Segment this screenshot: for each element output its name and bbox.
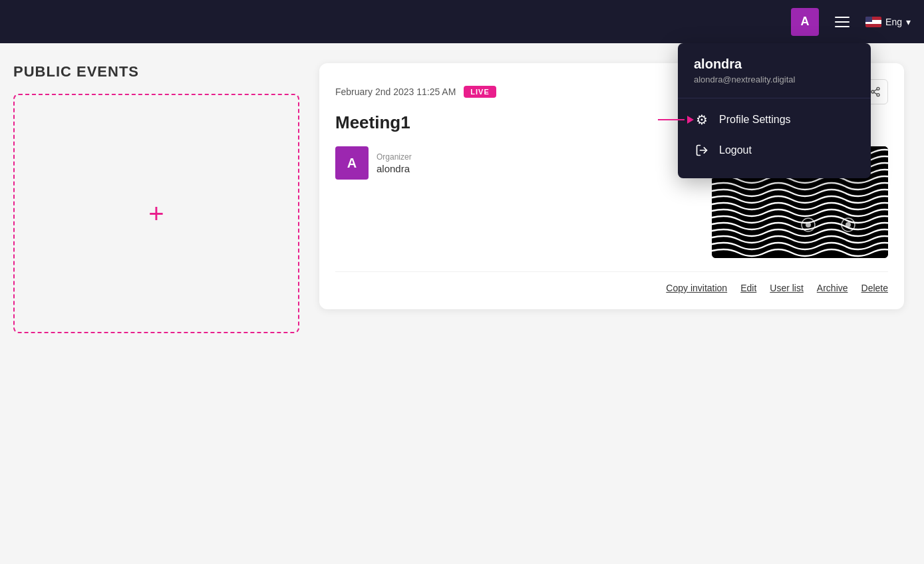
- flag-icon: [865, 17, 881, 27]
- chevron-down-icon: ▾: [906, 17, 911, 27]
- archive-button[interactable]: Archive: [817, 283, 848, 293]
- event-actions: Copy invitation Edit User list Archive D…: [335, 271, 888, 293]
- delete-button[interactable]: Delete: [861, 283, 888, 293]
- dropdown-username: alondra: [694, 57, 855, 72]
- arrow-indicator: [658, 116, 694, 124]
- profile-settings-label: Profile Settings: [719, 114, 791, 126]
- svg-point-8: [806, 222, 811, 227]
- organizer-label: Organizer: [377, 152, 412, 162]
- logout-label: Logout: [719, 144, 752, 156]
- event-meta: February 2nd 2023 11:25 AM LIVE: [335, 86, 496, 98]
- create-event-card[interactable]: +: [13, 94, 299, 333]
- gear-icon: ⚙: [694, 112, 710, 128]
- plus-icon: +: [148, 200, 164, 227]
- page-title: PUBLIC EVENTS: [13, 63, 306, 80]
- left-panel: PUBLIC EVENTS +: [13, 63, 306, 333]
- copy-invitation-button[interactable]: Copy invitation: [666, 283, 727, 293]
- header: A Eng ▾: [0, 0, 924, 43]
- user-avatar-button[interactable]: A: [791, 8, 819, 36]
- svg-point-10: [846, 222, 851, 227]
- event-datetime: February 2nd 2023 11:25 AM: [335, 86, 456, 97]
- organizer-avatar: A: [335, 146, 369, 180]
- logout-item[interactable]: Logout: [678, 136, 871, 165]
- live-badge: LIVE: [464, 86, 496, 98]
- user-dropdown-menu: alondra alondra@nextreality.digital ⚙ Pr…: [678, 43, 871, 178]
- svg-line-5: [874, 89, 877, 91]
- share-icon: [870, 86, 881, 97]
- event-info: A Organizer alondra: [335, 146, 698, 258]
- svg-line-4: [874, 92, 877, 94]
- dropdown-user-section: alondra alondra@nextreality.digital: [678, 57, 871, 98]
- dropdown-email: alondra@nextreality.digital: [694, 74, 855, 84]
- profile-settings-item[interactable]: ⚙ Profile Settings: [678, 104, 871, 136]
- organizer-details: Organizer alondra: [377, 152, 412, 174]
- language-selector[interactable]: Eng ▾: [865, 17, 911, 27]
- organizer-row: A Organizer alondra: [335, 146, 698, 180]
- hamburger-menu-button[interactable]: [830, 11, 855, 33]
- language-label: Eng: [885, 17, 902, 27]
- edit-button[interactable]: Edit: [740, 283, 756, 293]
- user-list-button[interactable]: User list: [770, 283, 804, 293]
- logout-icon: [694, 144, 710, 157]
- organizer-name: alondra: [377, 163, 412, 174]
- dropdown-divider: [678, 98, 871, 98]
